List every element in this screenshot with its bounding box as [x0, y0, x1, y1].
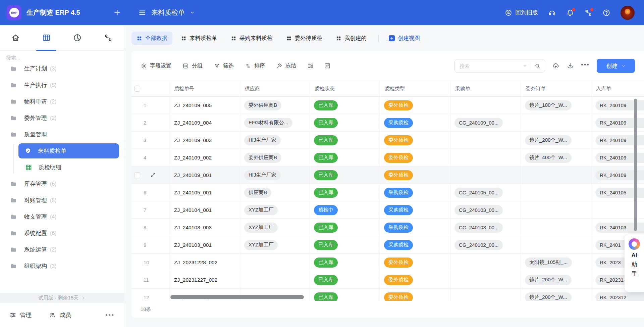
table-row[interactable]: ZJ_240109_001HIJ生产厂家已入库委外质检RK_240109: [131, 167, 644, 184]
column-header-供应商[interactable]: 供应商: [240, 81, 310, 96]
search-scope-caret-icon[interactable]: [523, 63, 527, 68]
row-number: 6: [144, 190, 146, 195]
horizontal-scrollbar[interactable]: [170, 295, 304, 299]
table-search-input[interactable]: [460, 63, 523, 69]
cell-type: 采购质检: [380, 236, 450, 253]
sidebar-item-生产计划[interactable]: 生产计划(3): [0, 65, 124, 77]
view-tab-全部数据[interactable]: 全部数据: [131, 32, 172, 45]
user-avatar[interactable]: [621, 6, 635, 20]
column-header-委外订单[interactable]: 委外订单: [521, 81, 591, 96]
view-tabs: 全部数据来料质检单采购来料质检委外待质检我创建的创建视图: [124, 25, 644, 46]
freeze-button[interactable]: 冻结: [276, 62, 296, 69]
tab-tables-icon[interactable]: [31, 25, 62, 50]
pin-icon: [276, 63, 282, 69]
page-title: 来料质检单: [151, 8, 185, 17]
sidebar-item-质量管理[interactable]: 质量管理: [0, 126, 124, 143]
trial-banner[interactable]: 试用版 · 剩余15天: [0, 293, 124, 303]
table-row[interactable]: 2ZJ_240109_004EFG材料有限公...已入库采购质检CG_24010…: [131, 114, 644, 132]
group-button[interactable]: 分组: [182, 62, 203, 69]
sidebar-item-对账管理[interactable]: 对账管理(5): [0, 192, 124, 208]
export-download-icon[interactable]: [567, 62, 574, 69]
column-header-质检状态[interactable]: 质检状态: [310, 81, 380, 96]
members-button[interactable]: 成员: [49, 311, 71, 319]
column-header-入库单[interactable]: 入库单: [591, 81, 644, 96]
sidebar-item-系统配置[interactable]: 系统配置(6): [0, 225, 124, 241]
column-header-采购单[interactable]: 采购单: [450, 81, 521, 96]
cell-status: 已入库: [310, 271, 380, 288]
status-badge: 委外质检: [384, 100, 413, 110]
vertical-scrollbar[interactable]: [634, 99, 637, 231]
row-checkbox[interactable]: [134, 172, 140, 178]
create-button[interactable]: 创建: [597, 59, 635, 73]
inspection-no: ZJ_20231227_002: [173, 277, 217, 283]
column-header-质检类型[interactable]: 质检类型: [380, 81, 450, 96]
tab-reports-icon[interactable]: [62, 25, 93, 50]
row-height-button[interactable]: [307, 62, 314, 69]
tab-home-icon[interactable]: [0, 25, 31, 50]
column-header-质检单号[interactable]: 质检单号: [169, 81, 240, 96]
sort-button[interactable]: 排序: [245, 62, 265, 69]
sidebar-item-来料质检单[interactable]: 来料质检单: [18, 143, 119, 158]
sidebar-item-label: 生产计划: [24, 65, 47, 73]
table-row[interactable]: 8ZJ_240103_003XYZ加工厂已入库采购质检CG_240103_00.…: [131, 219, 644, 236]
workspace-block: ERP 生产制造 ERP 4.5: [7, 5, 125, 20]
table-row[interactable]: 11ZJ_20231227_002已入库委外质检镜片_200个_W...RK_2…: [131, 271, 644, 289]
chart-view-button[interactable]: [324, 62, 331, 69]
view-tab-采购来料质检[interactable]: 采购来料质检: [226, 32, 278, 45]
search-icon[interactable]: [534, 63, 541, 69]
support-headset-icon[interactable]: [548, 9, 556, 17]
manage-button[interactable]: 管理: [9, 311, 32, 319]
sidebar-item-库存管理[interactable]: 库存管理(6): [0, 176, 124, 192]
cell-inspection-no: ZJ_240109_004: [169, 114, 240, 131]
cell-purchase-order: [450, 289, 521, 301]
more-actions-icon[interactable]: •••: [581, 61, 590, 71]
app-logo[interactable]: ERP: [7, 5, 21, 20]
ai-assistant-button[interactable]: AI 助 手: [625, 234, 644, 292]
sidebar-item-收支管理[interactable]: 收支管理(4): [0, 208, 124, 225]
table-row[interactable]: 10ZJ_20231228_002已入库委外质检太阳镜_105副_...RK_2…: [131, 254, 644, 271]
sidebar-more-icon[interactable]: •••: [105, 311, 114, 319]
import-upload-icon[interactable]: [552, 62, 559, 69]
add-app-icon[interactable]: [113, 8, 121, 17]
sidebar-search-input[interactable]: 搜索...: [0, 51, 124, 65]
filter-label: 筛选: [223, 62, 234, 69]
help-icon[interactable]: [602, 9, 610, 17]
sidebar-item-系统运算[interactable]: 系统运算(2): [0, 241, 124, 258]
main-area: 全部数据来料质检单采购来料质检委外待质检我创建的创建视图 字段设置 分组 筛选: [124, 25, 644, 327]
view-tab-我创建的[interactable]: 我创建的: [331, 32, 372, 45]
sidebar-item-物料申请[interactable]: 物料申请(2): [0, 93, 124, 110]
tab-workflow-icon[interactable]: [93, 25, 124, 50]
table-row[interactable]: 1ZJ_240109_005委外供应商B已入库委外质检镜片_180个_W...R…: [131, 97, 644, 114]
view-tab-委外待质检[interactable]: 委外待质检: [281, 32, 328, 45]
cell-outsource-order: 镜片_200个_W...: [521, 289, 591, 301]
sidebar-item-label: 物料申请: [24, 98, 47, 105]
row-number: 12: [144, 294, 149, 300]
table-search-box[interactable]: [454, 59, 545, 73]
sidebar-item-label: 生产执行: [24, 81, 47, 89]
sidebar-item-生产执行[interactable]: 生产执行(5): [0, 77, 124, 93]
create-view-button[interactable]: 创建视图: [385, 32, 423, 45]
sidebar-item-质检明细[interactable]: 质检明细: [0, 159, 124, 176]
expand-record-icon[interactable]: [150, 172, 156, 178]
back-to-old-version-button[interactable]: 回到旧版: [505, 9, 538, 16]
table-row[interactable]: 7ZJ_240104_001XYZ加工厂质检中采购质检CG_240103_00.…: [131, 201, 644, 219]
filter-button[interactable]: 筛选: [214, 62, 234, 69]
field-settings-button[interactable]: 字段设置: [141, 62, 171, 69]
page-title-caret-icon[interactable]: [190, 9, 195, 17]
cell-type: 委外质检: [380, 97, 450, 114]
row-head-cell: 3: [131, 132, 169, 149]
table-row[interactable]: 9ZJ_240103_001XYZ加工厂已入库采购质检CG_240102_00.…: [131, 236, 644, 254]
folder-icon: [10, 213, 17, 220]
sidebar-item-委外管理[interactable]: 委外管理(2): [0, 110, 124, 126]
status-badge: 已入库: [314, 258, 338, 268]
hamburger-menu-icon[interactable]: [138, 9, 146, 17]
sidebar: 搜索... 生产计划(3)生产执行(5)物料申请(2)委外管理(2)质量管理来料…: [0, 25, 124, 327]
table-row[interactable]: 6ZJ_240105_001供应商B已入库采购质检CG_240105_00...…: [131, 184, 644, 201]
view-tab-来料质检单[interactable]: 来料质检单: [176, 32, 222, 45]
workflow-share-icon[interactable]: [584, 9, 592, 17]
notifications-bell-icon[interactable]: [566, 9, 574, 17]
table-row[interactable]: 3ZJ_240109_003HIJ生产厂家已入库委外质检镜片_200个_W...…: [131, 132, 644, 149]
sidebar-item-组织架构[interactable]: 组织架构(3): [0, 258, 124, 274]
table-row[interactable]: 4ZJ_240109_002委外供应商B已入库委外质检镜片_400个_W...R…: [131, 149, 644, 167]
select-all-checkbox[interactable]: [134, 86, 140, 92]
